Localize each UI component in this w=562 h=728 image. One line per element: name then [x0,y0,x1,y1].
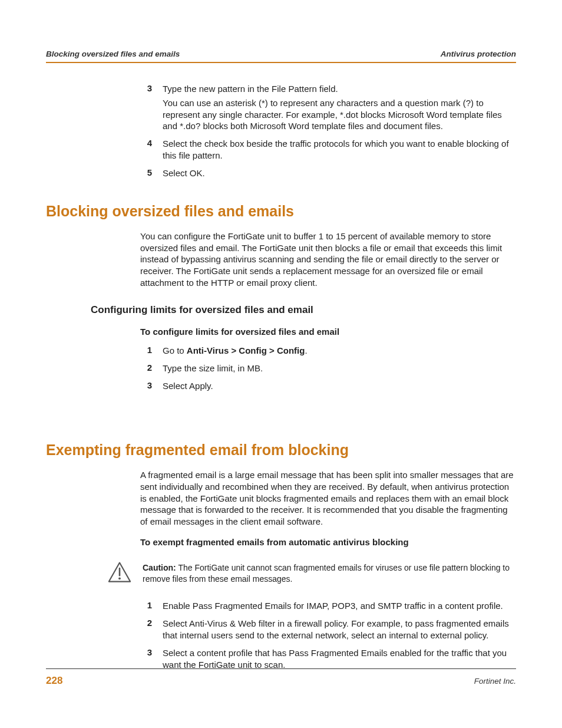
step-text: Select a content profile that has Pass F… [163,647,516,671]
step-body: Type the new pattern in the File Pattern… [163,83,516,132]
step-item: 1 Enable Pass Fragmented Emails for IMAP… [140,600,516,612]
step-body: Select Apply. [163,380,516,392]
caution-text: Caution: The FortiGate unit cannot scan … [143,562,516,585]
step-text: You can use an asterisk (*) to represent… [163,97,516,132]
company-name: Fortinet Inc. [474,677,516,686]
step-item: 1 Go to Anti-Virus > Config > Config. [140,345,516,357]
step-body: Type the size limit, in MB. [163,363,516,374]
caution-block: Caution: The FortiGate unit cannot scan … [107,561,516,586]
procedure-heading: To configure limits for oversized files … [140,327,516,337]
step-text: Type the size limit, in MB. [163,363,516,374]
section-heading-exempting-fragmented: Exempting fragmented email from blocking [46,442,516,459]
step-text: Select the check box beside the traffic … [163,138,516,162]
procedure-heading: To exempt fragmented emails from automat… [140,537,516,547]
step-number: 1 [140,345,163,357]
step-item: 3 Select a content profile that has Pass… [140,647,516,671]
step-item: 3 Select Apply. [140,380,516,392]
step-item: 2 Type the size limit, in MB. [140,363,516,374]
step-body: Go to Anti-Virus > Config > Config. [163,345,516,357]
step-text: Select Anti-Virus & Web filter in a fire… [163,618,516,641]
running-head-right: Antivirus protection [441,50,516,58]
step-number: 3 [140,83,163,132]
step-number: 1 [140,600,163,612]
step-item: 3 Type the new pattern in the File Patte… [140,83,516,132]
step-body: Select Anti-Virus & Web filter in a fire… [163,618,516,641]
step-number: 5 [140,167,163,179]
step-body: Select OK. [163,167,516,179]
step-number: 3 [140,380,163,392]
step-number: 2 [140,363,163,374]
step-text: Select OK. [163,167,516,179]
svg-point-1 [118,578,121,580]
running-head: Blocking oversized files and emails Anti… [46,50,516,63]
step-body: Enable Pass Fragmented Emails for IMAP, … [163,600,516,612]
section-body: A fragmented email is a large email mess… [46,469,516,671]
running-head-left: Blocking oversized files and emails [46,50,180,58]
section-intro: You can configure the FortiGate unit to … [140,230,516,289]
section-body: You can configure the FortiGate unit to … [46,230,516,392]
step-text: Type the new pattern in the File Pattern… [163,83,516,95]
subsection-heading-configuring-limits: Configuring limits for oversized files a… [91,304,516,316]
step-item: 5 Select OK. [140,167,516,179]
top-steps: 3 Type the new pattern in the File Patte… [46,83,516,179]
step-item: 4 Select the check box beside the traffi… [140,138,516,162]
section-heading-blocking-oversized: Blocking oversized files and emails [46,203,516,220]
step-item: 2 Select Anti-Virus & Web filter in a fi… [140,618,516,641]
step-text: Select Apply. [163,380,516,392]
step-number: 3 [140,647,163,671]
section-intro: A fragmented email is a large email mess… [140,469,516,528]
page-footer: 228 Fortinet Inc. [46,668,516,687]
step-text: Enable Pass Fragmented Emails for IMAP, … [163,600,516,612]
step-text: Go to Anti-Virus > Config > Config. [163,345,516,357]
step-number: 2 [140,618,163,641]
step-body: Select a content profile that has Pass F… [163,647,516,671]
step-number: 4 [140,138,163,162]
caution-icon [107,561,132,586]
page-number: 228 [46,675,62,687]
step-body: Select the check box beside the traffic … [163,138,516,162]
